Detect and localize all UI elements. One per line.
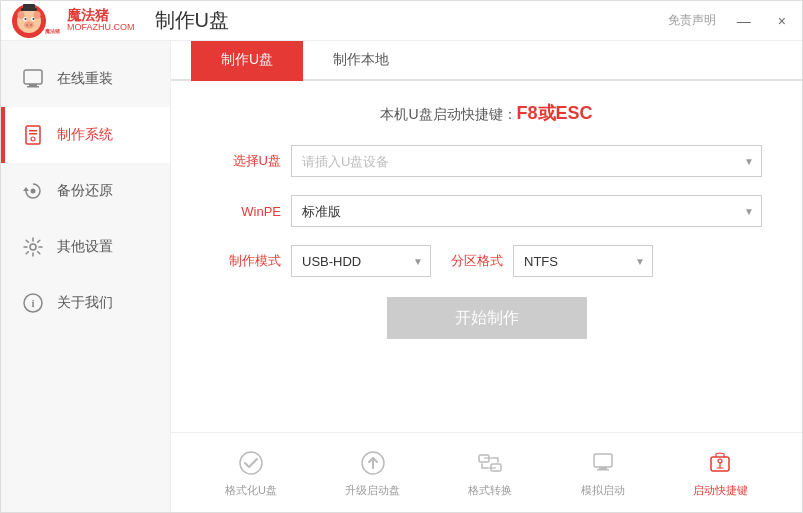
bottom-item-label: 格式化U盘 [225, 483, 277, 498]
main-content: 在线重装 制作系统 备份还原 其他设置 [1, 41, 802, 512]
logo-name: 魔法猪 [67, 8, 135, 23]
svg-point-4 [30, 24, 32, 26]
svg-rect-31 [599, 467, 607, 469]
title-bar-right: 免责声明 — × [668, 11, 792, 31]
svg-text:i: i [31, 297, 34, 309]
partition-label: 分区格式 [451, 252, 503, 270]
shortcut-prefix: 本机U盘启动快捷键： [380, 106, 516, 122]
svg-point-6 [25, 18, 27, 20]
sidebar-item-label: 制作系统 [57, 126, 113, 144]
shortcut-hint: 本机U盘启动快捷键：F8或ESC [211, 101, 762, 125]
mode-wrapper: USB-HDD USB-ZIP USB-FDD USB-CDROM ▼ [291, 245, 431, 277]
minimize-button[interactable]: — [731, 11, 757, 31]
online-reinstall-icon [21, 67, 45, 91]
shortcut-value: F8或ESC [517, 103, 593, 123]
svg-rect-30 [594, 454, 612, 467]
boot-shortcut-icon [704, 447, 736, 479]
select-usb-row: 选择U盘 请插入U盘设备 ▼ [211, 145, 762, 177]
bottom-item-format-convert[interactable]: 格式转换 [468, 447, 512, 498]
bottom-item-boot-shortcut[interactable]: 启动快捷键 [693, 447, 748, 498]
bottom-item-upgrade-boot[interactable]: 升级启动盘 [345, 447, 400, 498]
logo-area: 魔法猪 魔法猪 MOFAZHU.COM [11, 3, 135, 39]
close-button[interactable]: × [772, 11, 792, 31]
sidebar: 在线重装 制作系统 备份还原 其他设置 [1, 41, 171, 512]
svg-rect-14 [24, 70, 42, 84]
title-bar: 魔法猪 魔法猪 MOFAZHU.COM 制作U盘 免责声明 — × [1, 1, 802, 41]
form-area: 本机U盘启动快捷键：F8或ESC 选择U盘 请插入U盘设备 ▼ WinPE [171, 81, 802, 432]
bottom-item-simulate-boot[interactable]: 模拟启动 [581, 447, 625, 498]
select-usb-input[interactable]: 请插入U盘设备 [291, 145, 762, 177]
svg-marker-21 [23, 187, 29, 191]
svg-rect-16 [27, 86, 39, 88]
other-settings-icon [21, 235, 45, 259]
sidebar-item-label: 关于我们 [57, 294, 113, 312]
select-usb-wrapper: 请插入U盘设备 ▼ [291, 145, 762, 177]
svg-rect-32 [597, 469, 609, 471]
svg-rect-12 [23, 4, 35, 10]
svg-text:魔法猪: 魔法猪 [45, 28, 61, 34]
svg-rect-18 [29, 130, 37, 132]
bottom-item-format-usb[interactable]: 格式化U盘 [225, 447, 277, 498]
disclaimer-button[interactable]: 免责声明 [668, 12, 716, 29]
mode-row: 制作模式 USB-HDD USB-ZIP USB-FDD USB-CDROM ▼… [211, 245, 762, 277]
page-title: 制作U盘 [155, 7, 229, 34]
sidebar-item-label: 备份还原 [57, 182, 113, 200]
backup-restore-icon [21, 179, 45, 203]
logo-icon: 魔法猪 [11, 3, 61, 39]
partition-wrapper: NTFS FAT32 exFAT ▼ [513, 245, 653, 277]
winpe-select[interactable]: 标准版 高级版 [291, 195, 762, 227]
svg-point-26 [240, 452, 262, 474]
bottom-bar: 格式化U盘 升级启动盘 格式转换 [171, 432, 802, 512]
tabs: 制作U盘 制作本地 [171, 41, 802, 81]
svg-point-2 [24, 21, 34, 28]
tab-make-usb[interactable]: 制作U盘 [191, 41, 303, 81]
bottom-item-label: 模拟启动 [581, 483, 625, 498]
select-usb-label: 选择U盘 [211, 152, 281, 170]
sidebar-item-make-system[interactable]: 制作系统 [1, 107, 170, 163]
svg-point-3 [26, 24, 28, 26]
start-button[interactable]: 开始制作 [387, 297, 587, 339]
svg-point-23 [30, 244, 36, 250]
svg-point-22 [31, 189, 36, 194]
sidebar-item-label: 其他设置 [57, 238, 113, 256]
svg-point-34 [718, 459, 722, 463]
sidebar-item-backup-restore[interactable]: 备份还原 [1, 163, 170, 219]
sidebar-item-online-reinstall[interactable]: 在线重装 [1, 51, 170, 107]
about-us-icon: i [21, 291, 45, 315]
simulate-boot-icon [587, 447, 619, 479]
title-bar-left: 魔法猪 魔法猪 MOFAZHU.COM 制作U盘 [11, 3, 229, 39]
mode-select[interactable]: USB-HDD USB-ZIP USB-FDD USB-CDROM [291, 245, 431, 277]
upgrade-boot-icon [357, 447, 389, 479]
svg-point-8 [33, 18, 35, 20]
format-usb-icon [235, 447, 267, 479]
winpe-row: WinPE 标准版 高级版 ▼ [211, 195, 762, 227]
content-area: 制作U盘 制作本地 本机U盘启动快捷键：F8或ESC 选择U盘 请插入U盘设备 … [171, 41, 802, 512]
svg-rect-15 [29, 84, 37, 86]
sidebar-item-label: 在线重装 [57, 70, 113, 88]
main-window: 魔法猪 魔法猪 MOFAZHU.COM 制作U盘 免责声明 — × 在线重装 [0, 0, 803, 513]
sidebar-item-other-settings[interactable]: 其他设置 [1, 219, 170, 275]
format-convert-icon [474, 447, 506, 479]
winpe-wrapper: 标准版 高级版 ▼ [291, 195, 762, 227]
logo-url: MOFAZHU.COM [67, 23, 135, 33]
tab-make-local[interactable]: 制作本地 [303, 41, 419, 81]
make-system-icon [21, 123, 45, 147]
svg-point-20 [31, 137, 35, 141]
mode-label: 制作模式 [211, 252, 281, 270]
partition-select[interactable]: NTFS FAT32 exFAT [513, 245, 653, 277]
svg-rect-19 [29, 133, 37, 135]
bottom-item-label: 启动快捷键 [693, 483, 748, 498]
winpe-label: WinPE [211, 204, 281, 219]
bottom-item-label: 格式转换 [468, 483, 512, 498]
bottom-item-label: 升级启动盘 [345, 483, 400, 498]
sidebar-item-about-us[interactable]: i 关于我们 [1, 275, 170, 331]
